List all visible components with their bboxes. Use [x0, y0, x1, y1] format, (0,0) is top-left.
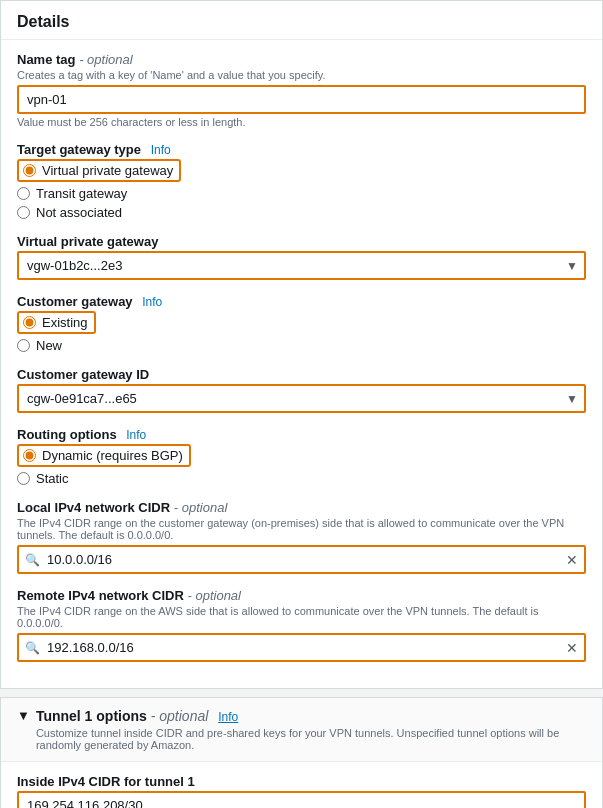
tunnel-section: ▼ Tunnel 1 options - optional Info Custo… [0, 697, 603, 808]
radio-tgw-label: Transit gateway [36, 186, 127, 201]
local-cidr-clear-icon[interactable]: ✕ [566, 552, 578, 568]
radio-static-label: Static [36, 471, 69, 486]
vpg-group: Virtual private gateway vgw-01b2c...2e3 … [17, 234, 586, 280]
radio-cg-existing-input[interactable] [23, 316, 36, 329]
cgw-id-group: Customer gateway ID cgw-0e91ca7...e65 ▼ [17, 367, 586, 413]
radio-virtual-private-gateway[interactable]: Virtual private gateway [17, 159, 586, 182]
routing-options-label: Routing options Info [17, 427, 586, 442]
radio-tgw-input[interactable] [17, 187, 30, 200]
tunnel-title-area: Tunnel 1 options - optional Info Customi… [36, 708, 586, 751]
remote-cidr-optional: - optional [188, 588, 242, 603]
remote-cidr-label: Remote IPv4 network CIDR - optional [17, 588, 586, 603]
section-body: Name tag - optional Creates a tag with a… [1, 40, 602, 688]
radio-cg-existing[interactable]: Existing [17, 311, 586, 334]
local-cidr-input[interactable] [17, 545, 586, 574]
section-title: Details [17, 13, 69, 30]
routing-options-info-link[interactable]: Info [126, 428, 146, 442]
routing-options-group: Routing options Info Dynamic (requires B… [17, 427, 586, 486]
inside-cidr-input[interactable] [17, 791, 586, 808]
radio-dynamic[interactable]: Dynamic (requires BGP) [17, 444, 586, 467]
customer-gateway-group: Customer gateway Info Existing New [17, 294, 586, 353]
section-header: Details [1, 1, 602, 40]
radio-static[interactable]: Static [17, 471, 586, 486]
local-cidr-search-icon: 🔍 [25, 553, 40, 567]
customer-gateway-options: Existing New [17, 311, 586, 353]
remote-cidr-input[interactable] [17, 633, 586, 662]
local-cidr-search-wrapper: 🔍 ✕ [17, 545, 586, 574]
local-cidr-label: Local IPv4 network CIDR - optional [17, 500, 586, 515]
tunnel-optional: - optional [151, 708, 209, 724]
radio-cg-new-input[interactable] [17, 339, 30, 352]
radio-transit-gateway[interactable]: Transit gateway [17, 186, 586, 201]
radio-dynamic-input[interactable] [23, 449, 36, 462]
remote-cidr-group: Remote IPv4 network CIDR - optional The … [17, 588, 586, 662]
cgw-id-select-wrapper: cgw-0e91ca7...e65 ▼ [17, 384, 586, 413]
target-gateway-type-group: Target gateway type Info Virtual private… [17, 142, 586, 220]
radio-dynamic-label: Dynamic (requires BGP) [42, 448, 183, 463]
vpg-select[interactable]: vgw-01b2c...2e3 [17, 251, 586, 280]
name-tag-char-limit: Value must be 256 characters or less in … [17, 116, 586, 128]
tunnel-toggle-icon[interactable]: ▼ [17, 708, 30, 723]
tunnel-description: Customize tunnel inside CIDR and pre-sha… [36, 727, 586, 751]
details-section: Details Name tag - optional Creates a ta… [0, 0, 603, 689]
inside-cidr-label: Inside IPv4 CIDR for tunnel 1 [17, 774, 586, 789]
name-tag-label: Name tag - optional [17, 52, 586, 67]
radio-none-label: Not associated [36, 205, 122, 220]
radio-static-input[interactable] [17, 472, 30, 485]
radio-cg-new[interactable]: New [17, 338, 586, 353]
cgw-id-label: Customer gateway ID [17, 367, 586, 382]
target-gateway-type-label: Target gateway type Info [17, 142, 586, 157]
name-tag-input[interactable] [17, 85, 586, 114]
local-cidr-group: Local IPv4 network CIDR - optional The I… [17, 500, 586, 574]
remote-cidr-description: The IPv4 CIDR range on the AWS side that… [17, 605, 586, 629]
cgw-id-select[interactable]: cgw-0e91ca7...e65 [17, 384, 586, 413]
inside-cidr-group: Inside IPv4 CIDR for tunnel 1 A size /30… [17, 774, 586, 808]
radio-vpg-input[interactable] [23, 164, 36, 177]
tunnel-info-link[interactable]: Info [218, 710, 238, 724]
name-tag-description: Creates a tag with a key of 'Name' and a… [17, 69, 586, 81]
local-cidr-optional: - optional [174, 500, 228, 515]
radio-cg-new-label: New [36, 338, 62, 353]
name-tag-optional: - optional [79, 52, 133, 67]
name-tag-group: Name tag - optional Creates a tag with a… [17, 52, 586, 128]
remote-cidr-search-wrapper: 🔍 ✕ [17, 633, 586, 662]
remote-cidr-search-icon: 🔍 [25, 641, 40, 655]
tunnel-body: Inside IPv4 CIDR for tunnel 1 A size /30… [1, 762, 602, 808]
tunnel-header: ▼ Tunnel 1 options - optional Info Custo… [1, 698, 602, 762]
target-gateway-options: Virtual private gateway Transit gateway … [17, 159, 586, 220]
radio-vpg-label: Virtual private gateway [42, 163, 173, 178]
local-cidr-description: The IPv4 CIDR range on the customer gate… [17, 517, 586, 541]
target-gateway-info-link[interactable]: Info [151, 143, 171, 157]
vpg-select-wrapper: vgw-01b2c...2e3 ▼ [17, 251, 586, 280]
remote-cidr-clear-icon[interactable]: ✕ [566, 640, 578, 656]
routing-options-radios: Dynamic (requires BGP) Static [17, 444, 586, 486]
radio-none-input[interactable] [17, 206, 30, 219]
radio-not-associated[interactable]: Not associated [17, 205, 586, 220]
customer-gateway-label: Customer gateway Info [17, 294, 586, 309]
tunnel-title: Tunnel 1 options - optional Info [36, 708, 586, 724]
vpg-label: Virtual private gateway [17, 234, 586, 249]
customer-gateway-info-link[interactable]: Info [142, 295, 162, 309]
radio-cg-existing-label: Existing [42, 315, 88, 330]
